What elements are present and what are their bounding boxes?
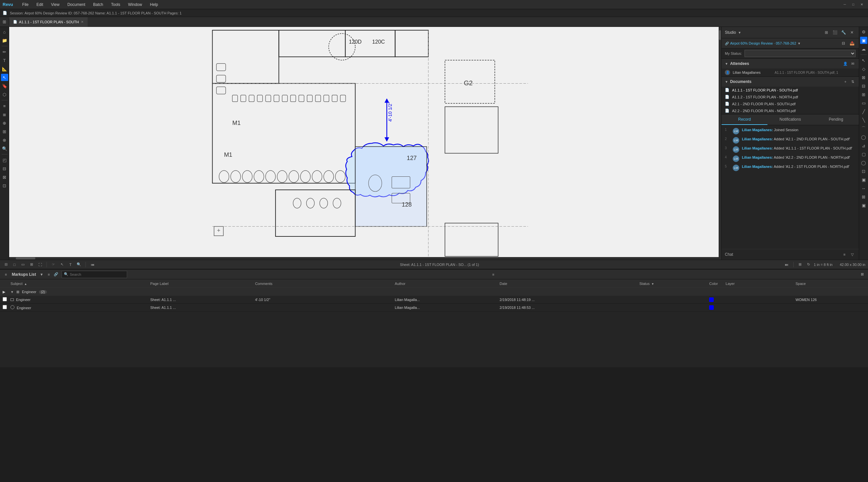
attendees-invite-icon[interactable]: 👤 xyxy=(842,61,848,66)
list-view-icon[interactable]: ≡ xyxy=(490,272,496,277)
doc-row-2[interactable]: 📄 A1.1.2 - 1ST FLOOR PLAN - NORTH.pdf xyxy=(721,93,859,100)
search-input[interactable] xyxy=(70,273,125,276)
minimize-icon[interactable]: ─ xyxy=(841,1,848,8)
chat-filter-icon[interactable]: ▽ xyxy=(849,251,856,258)
menu-help[interactable]: Help xyxy=(149,2,159,7)
chat-list-icon[interactable]: ≡ xyxy=(841,251,848,258)
documents-sort-icon[interactable]: ⇅ xyxy=(850,79,856,85)
home-tool-icon[interactable]: ⌂ xyxy=(1,28,8,35)
right-tool-16[interactable]: ↔ xyxy=(860,185,867,192)
select-tool-icon[interactable]: ↖ xyxy=(1,74,8,81)
pending-tab[interactable]: Pending xyxy=(813,114,859,125)
menu-file[interactable]: File xyxy=(21,2,30,7)
settings-icon[interactable]: ⚙ xyxy=(860,28,867,35)
fullscreen-icon[interactable]: ⛶ xyxy=(37,261,43,268)
tab-floor-plan[interactable]: 📄 A1.1.1 - 1ST FLOOR PLAN - SOUTH ✕ xyxy=(9,17,88,27)
thumbnail-icon[interactable]: ⊞ xyxy=(28,261,35,268)
notifications-tab[interactable]: Notifications xyxy=(768,114,813,125)
studio-icon-2[interactable]: ⬛ xyxy=(831,29,839,36)
right-tool-9[interactable]: ⌒ xyxy=(860,125,867,132)
menu-window[interactable]: Window xyxy=(127,2,144,7)
right-tool-7[interactable]: ╱ xyxy=(860,108,867,115)
text-select-icon[interactable]: T xyxy=(67,261,74,268)
zoom-tool-icon[interactable]: 🔍 xyxy=(1,145,8,152)
properties-tool-icon[interactable]: ≣ xyxy=(1,111,8,118)
col-comments-header[interactable]: Comments xyxy=(255,282,395,286)
attendees-header[interactable]: ▼ Attendees 👤 ✉ xyxy=(721,59,859,68)
hand-tool-icon[interactable]: ☞ xyxy=(50,261,57,268)
extra-tool-2[interactable]: ⊟ xyxy=(1,165,8,172)
extra-tool-4[interactable]: ⊡ xyxy=(1,182,8,189)
attendees-email-icon[interactable]: ✉ xyxy=(850,61,856,66)
stamp-tool-icon[interactable]: 🔖 xyxy=(1,82,8,89)
col-status-header[interactable]: Status ▼ xyxy=(639,282,709,286)
select-canvas-icon[interactable]: ↖ xyxy=(59,261,65,268)
right-tool-3[interactable]: ⊠ xyxy=(860,74,867,81)
filter-icon-2[interactable]: ≡ xyxy=(46,272,52,277)
tab-close-button[interactable]: ✕ xyxy=(81,20,84,24)
menu-edit[interactable]: Edit xyxy=(35,2,44,7)
search-input-wrapper[interactable]: 🔍 xyxy=(62,271,127,278)
doc-row-1[interactable]: 📄 A1.1.1 - 1ST FLOOR PLAN - SOUTH.pdf xyxy=(721,87,859,93)
right-tool-18[interactable]: ▣ xyxy=(860,202,867,209)
row1-checkbox[interactable] xyxy=(3,297,7,301)
two-page-icon[interactable]: ▭ xyxy=(20,261,26,268)
snap-tool-icon[interactable]: ⊞ xyxy=(1,128,8,135)
record-tab[interactable]: Record xyxy=(721,114,768,125)
view-mode-icon[interactable]: ⊟ xyxy=(3,261,9,268)
right-tool-14[interactable]: ⊡ xyxy=(860,168,867,175)
review-settings-icon[interactable]: ⊟ xyxy=(840,40,847,47)
menu-document[interactable]: Document xyxy=(66,2,87,7)
right-tool-6[interactable]: ▭ xyxy=(860,100,867,107)
col-page-header[interactable]: Page Label xyxy=(150,282,255,286)
right-tool-10[interactable]: ◯ xyxy=(860,134,867,141)
close-icon[interactable]: ✕ xyxy=(858,1,865,8)
menu-tools[interactable]: Tools xyxy=(110,2,122,7)
col-layer-header[interactable]: Layer xyxy=(725,282,795,286)
right-tool-4[interactable]: ⊟ xyxy=(860,82,867,89)
filter-icon-1[interactable]: ▼ xyxy=(39,272,44,277)
expand-panel-icon[interactable]: ⊠ xyxy=(860,272,865,277)
text-tool-icon[interactable]: T xyxy=(1,57,8,64)
menu-batch[interactable]: Batch xyxy=(92,2,104,7)
studio-icon-4[interactable]: ✕ xyxy=(848,29,856,36)
review-share-icon[interactable]: 📤 xyxy=(848,40,856,47)
studio-icon-1[interactable]: ⊞ xyxy=(823,29,830,36)
next-page-icon[interactable]: ⏭ xyxy=(783,261,790,268)
compare-tool-icon[interactable]: ⊕ xyxy=(1,119,8,126)
review-dropdown-icon[interactable]: ▼ xyxy=(798,41,801,45)
right-tool-5[interactable]: ⊞ xyxy=(860,91,867,98)
maximize-icon[interactable]: □ xyxy=(850,1,857,8)
status-filter-icon[interactable]: ▼ xyxy=(651,282,654,286)
markups-list-icon[interactable]: ≡ xyxy=(3,271,9,278)
cloud-icon[interactable]: ☁ xyxy=(860,45,867,53)
right-tool-8[interactable]: ╲ xyxy=(860,116,867,123)
right-tool-15[interactable]: ▣ xyxy=(860,176,867,183)
documents-add-icon[interactable]: + xyxy=(842,79,848,85)
rotate-icon[interactable]: ↻ xyxy=(805,261,812,268)
open-tool-icon[interactable]: 📁 xyxy=(1,37,8,44)
studio-panel-icon[interactable]: ▣ xyxy=(860,37,867,44)
calibrate-tool-icon[interactable]: ⊗ xyxy=(1,136,8,144)
layers-tool-icon[interactable]: ≡ xyxy=(1,102,8,110)
right-tool-11[interactable]: ⊿ xyxy=(860,142,867,149)
poly-tool-icon[interactable]: ⬡ xyxy=(1,91,8,98)
menu-view[interactable]: View xyxy=(50,2,61,7)
documents-header[interactable]: ▼ Documents + ⇅ xyxy=(721,77,859,87)
status-dropdown[interactable] xyxy=(745,50,856,57)
row2-checkbox[interactable] xyxy=(3,305,7,309)
col-subject-header[interactable]: Subject ▲ xyxy=(10,282,150,286)
review-header[interactable]: 🔗 Airpot 60% Design Review · 057-768-262… xyxy=(721,38,859,49)
single-page-icon[interactable]: □ xyxy=(11,261,18,268)
right-tool-17[interactable]: ⊠ xyxy=(860,193,867,200)
studio-icon-3[interactable]: 🔧 xyxy=(840,29,847,36)
right-tool-2[interactable]: ◇ xyxy=(860,65,867,73)
markup-row-2[interactable]: Engineer Sheet: A1.1.1 ... Lilian Magall… xyxy=(0,304,868,312)
extra-tool-3[interactable]: ⊠ xyxy=(1,173,8,181)
markup-group-engineer[interactable]: ▶ ▼ ⊞ Engineer (2) xyxy=(0,288,868,296)
col-author-header[interactable]: Author xyxy=(395,282,499,286)
prev-page-icon[interactable]: ⏮ xyxy=(89,261,96,268)
doc-row-4[interactable]: 📄 A2.2 - 2ND FLOOR PLAN - NORTH.pdf xyxy=(721,107,859,114)
right-tool-13[interactable]: ◯ xyxy=(860,159,867,166)
pointer-icon[interactable]: ↖ xyxy=(860,57,867,64)
